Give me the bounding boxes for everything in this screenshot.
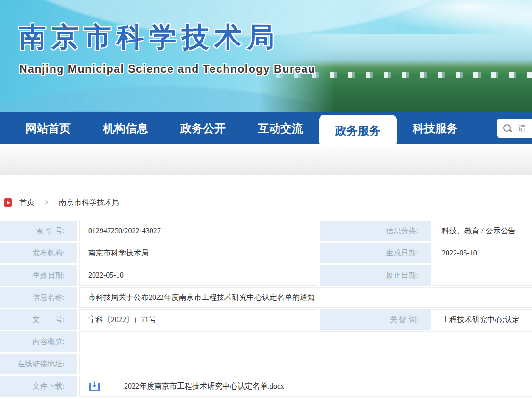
label-publisher: 发布机构: xyxy=(0,243,77,263)
site-title: 南京市科学技术局 xyxy=(19,19,279,56)
download-file-link[interactable]: 2022年度南京市工程技术研究中心认定名单.docx xyxy=(124,382,284,391)
search-input[interactable] xyxy=(518,124,532,133)
value-online-link xyxy=(79,354,532,374)
table-row-index-number: 索 引 号: 012947250/2022-43027 信息分类: 科技、教育 … xyxy=(0,221,532,241)
secondary-nav-band xyxy=(0,144,532,175)
nav-item-tech-services[interactable]: 科技服务 xyxy=(397,112,474,144)
nav-item-organization-info[interactable]: 机构信息 xyxy=(87,112,164,144)
value-generate-date: 2022-05-10 xyxy=(433,243,532,263)
label-index-number: 索 引 号: xyxy=(0,221,77,241)
main-navigation: 网站首页 机构信息 政务公开 互动交流 政务服务 科技服务 xyxy=(0,112,532,144)
breadcrumb-play-icon xyxy=(4,198,12,207)
label-keywords: 关 键 词: xyxy=(320,309,431,330)
label-content-overview: 内容概览: xyxy=(0,331,77,352)
label-document-number: 文 号: xyxy=(0,309,77,330)
label-online-link: 在线链接地址: xyxy=(0,354,77,374)
label-file-download: 文件下载: xyxy=(0,376,77,397)
value-document-number: 宁科〔2022〕）71号 xyxy=(79,309,317,330)
site-banner: 南京市科学技术局 Nanjing Municipal Science and T… xyxy=(0,0,532,112)
search-icon xyxy=(503,124,512,133)
value-info-category: 科技、教育 / 公示公告 xyxy=(433,221,532,241)
value-content-overview xyxy=(79,331,532,352)
search-box[interactable] xyxy=(497,119,532,138)
table-row-online-link: 在线链接地址: xyxy=(0,354,532,374)
value-file-download: 2022年度南京市工程技术研究中心认定名单.docx xyxy=(79,376,532,397)
document-metadata-table: 索 引 号: 012947250/2022-43027 信息分类: 科技、教育 … xyxy=(0,221,532,397)
table-row-publisher: 发布机构: 南京市科学技术局 生成日期: 2022-05-10 xyxy=(0,243,532,263)
value-info-title: 市科技局关于公布2022年度南京市工程技术研究中心认定名单的通知 xyxy=(79,287,532,308)
table-row-file-download: 文件下载: 2022年度南京市工程技术研究中心认定名单.docx xyxy=(0,376,532,397)
table-row-document-number: 文 号: 宁科〔2022〕）71号 关 键 词: 工程技术研究中心;认定 xyxy=(0,309,532,330)
nav-item-government-affairs[interactable]: 政务公开 xyxy=(164,112,242,144)
value-keywords: 工程技术研究中心;认定 xyxy=(433,309,532,330)
value-index-number: 012947250/2022-43027 xyxy=(79,221,317,241)
label-expiry-date: 废止日期: xyxy=(320,265,431,286)
label-info-category: 信息分类: xyxy=(320,221,431,241)
value-effective-date: 2022-05-10 xyxy=(79,265,317,286)
label-effective-date: 生效日期: xyxy=(0,265,77,286)
value-publisher: 南京市科学技术局 xyxy=(79,243,317,263)
breadcrumb-current-page: 南京市科学技术局 xyxy=(59,198,119,208)
breadcrumb-home-link[interactable]: 首页 xyxy=(19,198,34,208)
table-row-content-overview: 内容概览: xyxy=(0,331,532,352)
value-expiry-date xyxy=(433,265,532,286)
nav-item-home[interactable]: 网站首页 xyxy=(9,112,87,144)
download-icon[interactable] xyxy=(89,382,100,391)
breadcrumb: 首页 > 南京市科学技术局 xyxy=(4,198,532,207)
table-row-info-title: 信息名称: 市科技局关于公布2022年度南京市工程技术研究中心认定名单的通知 xyxy=(0,287,532,308)
table-row-effective-date: 生效日期: 2022-05-10 废止日期: xyxy=(0,265,532,286)
site-subtitle-english: Nanjing Municipal Science and Technology… xyxy=(19,63,315,76)
label-generate-date: 生成日期: xyxy=(320,243,431,263)
label-info-title: 信息名称: xyxy=(0,287,77,308)
nav-item-interaction[interactable]: 互动交流 xyxy=(242,112,319,144)
nav-item-government-services-active[interactable]: 政务服务 xyxy=(319,115,397,147)
breadcrumb-separator: > xyxy=(45,199,49,206)
